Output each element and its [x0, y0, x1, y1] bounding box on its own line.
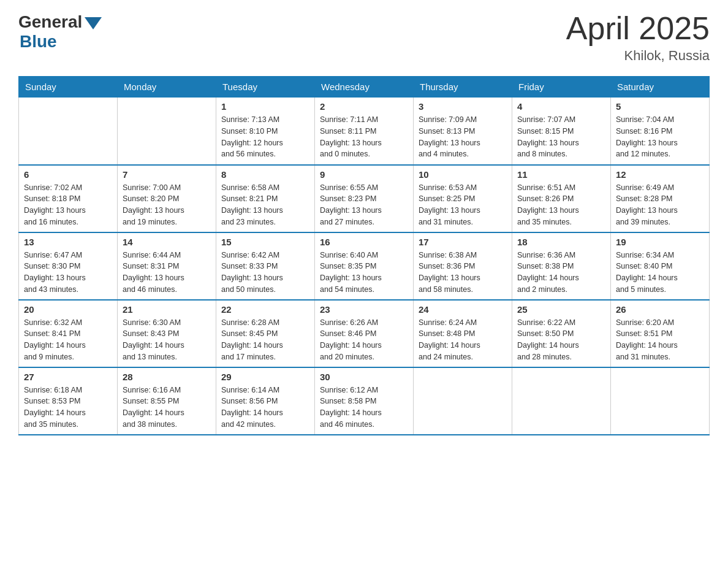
day-info: Sunrise: 6:24 AM Sunset: 8:48 PM Dayligh… [419, 317, 507, 363]
header-friday: Friday [512, 77, 611, 98]
day-number: 22 [221, 304, 309, 315]
logo-triangle-icon [85, 17, 102, 29]
header-tuesday: Tuesday [216, 77, 315, 98]
day-number: 6 [24, 169, 112, 180]
calendar-cell-3-3: 23Sunrise: 6:26 AM Sunset: 8:46 PM Dayli… [315, 300, 414, 367]
day-number: 27 [24, 372, 112, 382]
page-header: General Blue April 2025 Khilok, Russia [18, 12, 710, 64]
day-info: Sunrise: 6:49 AM Sunset: 8:28 PM Dayligh… [616, 182, 704, 228]
calendar-cell-1-4: 10Sunrise: 6:53 AM Sunset: 8:25 PM Dayli… [414, 165, 512, 232]
day-info: Sunrise: 6:53 AM Sunset: 8:25 PM Dayligh… [419, 182, 507, 228]
day-info: Sunrise: 6:36 AM Sunset: 8:38 PM Dayligh… [517, 250, 605, 296]
week-row-4: 20Sunrise: 6:32 AM Sunset: 8:41 PM Dayli… [19, 300, 710, 367]
week-row-3: 13Sunrise: 6:47 AM Sunset: 8:30 PM Dayli… [19, 232, 710, 300]
day-number: 11 [517, 169, 605, 180]
day-info: Sunrise: 6:44 AM Sunset: 8:31 PM Dayligh… [123, 250, 211, 296]
header-wednesday: Wednesday [315, 77, 414, 98]
calendar-cell-3-1: 21Sunrise: 6:30 AM Sunset: 8:43 PM Dayli… [118, 300, 216, 367]
header-sunday: Sunday [19, 77, 118, 98]
day-number: 4 [517, 101, 605, 112]
day-info: Sunrise: 6:14 AM Sunset: 8:56 PM Dayligh… [221, 385, 309, 431]
calendar-body: 1Sunrise: 7:13 AM Sunset: 8:10 PM Daylig… [19, 98, 710, 435]
header-thursday: Thursday [414, 77, 512, 98]
calendar-cell-3-4: 24Sunrise: 6:24 AM Sunset: 8:48 PM Dayli… [414, 300, 512, 367]
calendar-cell-0-6: 5Sunrise: 7:04 AM Sunset: 8:16 PM Daylig… [611, 98, 710, 165]
calendar-cell-4-4 [414, 367, 512, 435]
day-number: 1 [221, 101, 309, 112]
page-title: April 2025 [566, 12, 710, 44]
header-monday: Monday [118, 77, 216, 98]
day-number: 20 [24, 304, 112, 315]
header-saturday: Saturday [611, 77, 710, 98]
day-number: 30 [320, 372, 408, 382]
calendar-cell-2-0: 13Sunrise: 6:47 AM Sunset: 8:30 PM Dayli… [19, 232, 118, 300]
day-number: 25 [517, 304, 605, 315]
logo: General Blue [18, 12, 102, 52]
calendar-cell-4-1: 28Sunrise: 6:16 AM Sunset: 8:55 PM Dayli… [118, 367, 216, 435]
week-row-1: 1Sunrise: 7:13 AM Sunset: 8:10 PM Daylig… [19, 98, 710, 165]
calendar-cell-4-2: 29Sunrise: 6:14 AM Sunset: 8:56 PM Dayli… [216, 367, 315, 435]
calendar-cell-3-5: 25Sunrise: 6:22 AM Sunset: 8:50 PM Dayli… [512, 300, 611, 367]
calendar-cell-0-2: 1Sunrise: 7:13 AM Sunset: 8:10 PM Daylig… [216, 98, 315, 165]
day-info: Sunrise: 7:02 AM Sunset: 8:18 PM Dayligh… [24, 182, 112, 228]
day-number: 19 [616, 237, 704, 247]
calendar-cell-4-3: 30Sunrise: 6:12 AM Sunset: 8:58 PM Dayli… [315, 367, 414, 435]
day-number: 8 [221, 169, 309, 180]
logo-general-text: General [18, 12, 82, 32]
day-number: 18 [517, 237, 605, 247]
calendar-cell-1-0: 6Sunrise: 7:02 AM Sunset: 8:18 PM Daylig… [19, 165, 118, 232]
calendar-cell-4-5 [512, 367, 611, 435]
day-info: Sunrise: 6:18 AM Sunset: 8:53 PM Dayligh… [24, 385, 112, 431]
calendar-cell-1-2: 8Sunrise: 6:58 AM Sunset: 8:21 PM Daylig… [216, 165, 315, 232]
calendar-cell-0-3: 2Sunrise: 7:11 AM Sunset: 8:11 PM Daylig… [315, 98, 414, 165]
calendar-cell-1-5: 11Sunrise: 6:51 AM Sunset: 8:26 PM Dayli… [512, 165, 611, 232]
calendar-cell-3-6: 26Sunrise: 6:20 AM Sunset: 8:51 PM Dayli… [611, 300, 710, 367]
calendar-cell-2-6: 19Sunrise: 6:34 AM Sunset: 8:40 PM Dayli… [611, 232, 710, 300]
day-number: 15 [221, 237, 309, 247]
calendar-cell-2-5: 18Sunrise: 6:36 AM Sunset: 8:38 PM Dayli… [512, 232, 611, 300]
calendar-cell-2-3: 16Sunrise: 6:40 AM Sunset: 8:35 PM Dayli… [315, 232, 414, 300]
day-info: Sunrise: 7:13 AM Sunset: 8:10 PM Dayligh… [221, 114, 309, 160]
calendar-cell-1-6: 12Sunrise: 6:49 AM Sunset: 8:28 PM Dayli… [611, 165, 710, 232]
day-number: 3 [419, 101, 507, 112]
calendar-cell-4-6 [611, 367, 710, 435]
day-number: 23 [320, 304, 408, 315]
calendar-header: SundayMondayTuesdayWednesdayThursdayFrid… [19, 77, 710, 98]
day-number: 21 [123, 304, 211, 315]
day-info: Sunrise: 6:28 AM Sunset: 8:45 PM Dayligh… [221, 317, 309, 363]
logo-blue-text: Blue [20, 32, 57, 52]
day-info: Sunrise: 6:51 AM Sunset: 8:26 PM Dayligh… [517, 182, 605, 228]
header-row: SundayMondayTuesdayWednesdayThursdayFrid… [19, 77, 710, 98]
day-info: Sunrise: 6:20 AM Sunset: 8:51 PM Dayligh… [616, 317, 704, 363]
day-number: 10 [419, 169, 507, 180]
day-number: 16 [320, 237, 408, 247]
day-number: 9 [320, 169, 408, 180]
day-number: 7 [123, 169, 211, 180]
day-info: Sunrise: 7:11 AM Sunset: 8:11 PM Dayligh… [320, 114, 408, 160]
day-info: Sunrise: 6:38 AM Sunset: 8:36 PM Dayligh… [419, 250, 507, 296]
day-number: 28 [123, 372, 211, 382]
day-info: Sunrise: 6:47 AM Sunset: 8:30 PM Dayligh… [24, 250, 112, 296]
week-row-2: 6Sunrise: 7:02 AM Sunset: 8:18 PM Daylig… [19, 165, 710, 232]
day-info: Sunrise: 6:12 AM Sunset: 8:58 PM Dayligh… [320, 385, 408, 431]
day-info: Sunrise: 6:30 AM Sunset: 8:43 PM Dayligh… [123, 317, 211, 363]
day-number: 17 [419, 237, 507, 247]
calendar-cell-1-1: 7Sunrise: 7:00 AM Sunset: 8:20 PM Daylig… [118, 165, 216, 232]
day-info: Sunrise: 6:22 AM Sunset: 8:50 PM Dayligh… [517, 317, 605, 363]
day-number: 26 [616, 304, 704, 315]
title-block: April 2025 Khilok, Russia [566, 12, 710, 64]
day-info: Sunrise: 7:07 AM Sunset: 8:15 PM Dayligh… [517, 114, 605, 160]
day-number: 5 [616, 101, 704, 112]
calendar-table: SundayMondayTuesdayWednesdayThursdayFrid… [18, 76, 710, 435]
calendar-cell-0-0 [19, 98, 118, 165]
day-number: 12 [616, 169, 704, 180]
day-number: 2 [320, 101, 408, 112]
day-number: 29 [221, 372, 309, 382]
day-info: Sunrise: 6:40 AM Sunset: 8:35 PM Dayligh… [320, 250, 408, 296]
calendar-cell-2-1: 14Sunrise: 6:44 AM Sunset: 8:31 PM Dayli… [118, 232, 216, 300]
day-info: Sunrise: 6:16 AM Sunset: 8:55 PM Dayligh… [123, 385, 211, 431]
day-info: Sunrise: 7:04 AM Sunset: 8:16 PM Dayligh… [616, 114, 704, 160]
page-subtitle: Khilok, Russia [566, 48, 710, 64]
day-info: Sunrise: 6:34 AM Sunset: 8:40 PM Dayligh… [616, 250, 704, 296]
calendar-cell-4-0: 27Sunrise: 6:18 AM Sunset: 8:53 PM Dayli… [19, 367, 118, 435]
